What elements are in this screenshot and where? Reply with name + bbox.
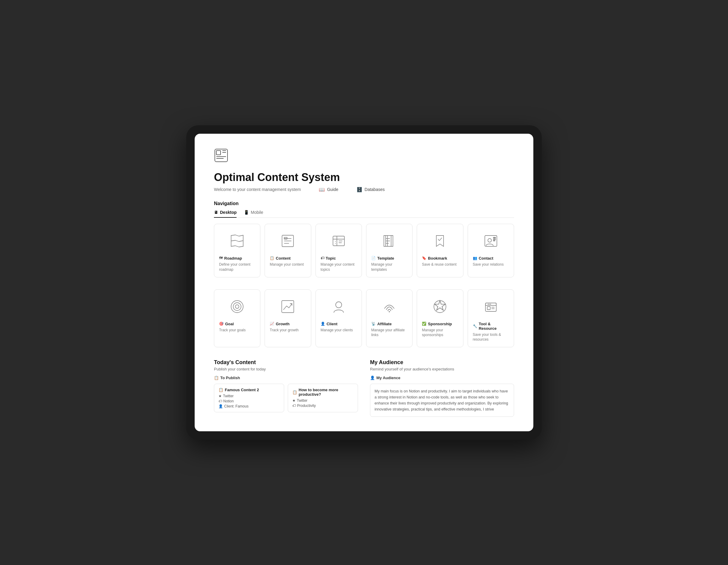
- roadmap-label-icon: 🗺: [219, 256, 223, 260]
- tag-icon-2: 🏷: [292, 403, 296, 408]
- tab-desktop[interactable]: 🖥 Desktop: [214, 210, 237, 218]
- template-desc: Manage your templates: [371, 262, 407, 272]
- roadmap-icon: [229, 233, 245, 249]
- client-icon-area: [321, 296, 357, 317]
- star-icon: ★: [218, 394, 222, 398]
- svg-rect-23: [493, 237, 496, 238]
- card-goal[interactable]: 🎯 Goal Track your goals: [214, 289, 260, 347]
- svg-rect-37: [487, 306, 490, 309]
- sponsorship-icon-area: [422, 296, 458, 317]
- nav-section-title: Navigation: [214, 201, 514, 206]
- header-row: Welcome to your content management syste…: [214, 187, 514, 193]
- client-label-icon: 👤: [321, 322, 325, 326]
- welcome-text: Welcome to your content management syste…: [214, 187, 301, 192]
- content-icon: [280, 233, 296, 249]
- tag-icon: 🏷: [218, 399, 222, 403]
- svg-point-32: [434, 300, 446, 312]
- databases-label: Databases: [365, 187, 385, 192]
- affiliate-icon: [381, 299, 397, 314]
- tool-desc: Save your tools & resources: [473, 332, 509, 342]
- client-icon: [331, 299, 347, 314]
- goal-desc: Track your goals: [219, 328, 255, 333]
- content-card-1-icon: 📋: [218, 388, 223, 392]
- todays-content-section: Today's Content Publish your content for…: [214, 359, 358, 417]
- screen: Optimal Content System Welcome to your c…: [195, 134, 533, 431]
- topic-icon: [331, 233, 347, 249]
- card-growth[interactable]: 📈 Growth Track your growth: [265, 289, 311, 347]
- card-contact[interactable]: 👥 Contact Save your relations: [468, 224, 514, 278]
- content-icon-area: [270, 230, 306, 252]
- svg-point-26: [231, 300, 243, 312]
- affiliate-label: 📡 Affiliate: [371, 322, 407, 326]
- content-card-2-icon: 📋: [292, 390, 297, 394]
- guide-label: Guide: [327, 187, 338, 192]
- content-card-2[interactable]: 📋 How to become more productive? ★ Twitt…: [288, 384, 358, 412]
- growth-icon-area: [270, 296, 306, 317]
- content-card-1[interactable]: 📋 Famous Content 2 ★ Twitter 🏷 Notion: [214, 384, 284, 412]
- card-template[interactable]: 📄 Template Manage your templates: [366, 224, 413, 278]
- audience-text: My main focus is on Notion and productiv…: [375, 388, 510, 412]
- sponsorship-icon: [432, 299, 448, 314]
- databases-link[interactable]: 🗄️ Databases: [356, 187, 385, 193]
- template-label-icon: 📄: [371, 256, 376, 260]
- affiliate-icon-area: [371, 296, 407, 317]
- content-desc: Manage your content: [270, 262, 306, 267]
- audience-icon: 👤: [370, 375, 375, 380]
- tab-mobile[interactable]: 📱 Mobile: [244, 210, 263, 218]
- my-audience-section: My Audience Remind yourself of your audi…: [370, 359, 514, 417]
- contact-icon-area: [473, 230, 509, 252]
- guide-link[interactable]: 📖 Guide: [319, 187, 338, 193]
- content-label-icon: 📋: [270, 256, 274, 260]
- my-audience-subtitle: Remind yourself of your audience's expec…: [370, 367, 514, 371]
- sponsorship-label-icon: ✅: [422, 322, 426, 326]
- svg-rect-1: [216, 151, 221, 155]
- card-sponsorship[interactable]: ✅ Sponsorship Manage your sponsorships: [417, 289, 463, 347]
- nav-section: Navigation 🖥 Desktop 📱 Mobile: [214, 201, 514, 218]
- bottom-section: Today's Content Publish your content for…: [214, 359, 514, 417]
- content-card-2-tag-twitter: ★ Twitter: [292, 398, 353, 403]
- card-roadmap[interactable]: 🗺 Roadmap Define your content roadmap: [214, 224, 260, 278]
- goal-label-icon: 🎯: [219, 322, 224, 326]
- tabs: 🖥 Desktop 📱 Mobile: [214, 210, 514, 218]
- content-card-1-tag-twitter: ★ Twitter: [218, 394, 280, 398]
- svg-rect-25: [493, 240, 495, 241]
- svg-point-30: [336, 302, 342, 308]
- card-bookmark[interactable]: 🔖 Bookmark Save & reuse content: [417, 224, 463, 278]
- card-affiliate[interactable]: 📡 Affiliate Manage your affiliate links: [366, 289, 413, 347]
- topic-icon-area: [321, 230, 357, 252]
- contact-label-icon: 👥: [473, 256, 477, 260]
- content-card-2-meta: ★ Twitter 🏷 Productivity: [292, 398, 353, 408]
- tool-label: 🔧 Tool & Resource: [473, 322, 509, 331]
- desktop-icon: 🖥: [214, 210, 218, 215]
- affiliate-desc: Manage your affiliate links: [371, 328, 407, 338]
- bookmark-label-icon: 🔖: [422, 256, 426, 260]
- card-content[interactable]: 📋 Content Manage your content: [265, 224, 311, 278]
- topic-desc: Manage your content topics: [321, 262, 357, 272]
- cards-grid-row2: 🎯 Goal Track your goals 📈 Growth: [214, 289, 514, 347]
- card-topic[interactable]: 🏷 Topic Manage your content topics: [315, 224, 362, 278]
- goal-icon: [229, 299, 245, 314]
- goal-label: 🎯 Goal: [219, 322, 255, 326]
- content-card-1-tag-notion: 🏷 Notion: [218, 399, 280, 403]
- svg-rect-0: [215, 149, 227, 162]
- contact-label: 👥 Contact: [473, 256, 509, 261]
- content-card-1-title: 📋 Famous Content 2: [218, 388, 280, 392]
- card-client[interactable]: 👤 Client Manage your clients: [315, 289, 362, 347]
- databases-icon: 🗄️: [356, 187, 362, 193]
- bookmark-icon: [432, 233, 448, 249]
- my-audience-title: My Audience: [370, 359, 514, 366]
- card-tool[interactable]: 🔧 Tool & Resource Save your tools & reso…: [468, 289, 514, 347]
- svg-rect-24: [493, 239, 496, 240]
- svg-point-28: [235, 305, 239, 308]
- client-desc: Manage your clients: [321, 328, 357, 333]
- my-audience-sub-label: 👤 My Audience: [370, 375, 514, 380]
- audience-card: My main focus is on Notion and productiv…: [370, 384, 514, 417]
- tool-icon: [483, 299, 499, 314]
- template-label: 📄 Template: [371, 256, 407, 261]
- affiliate-label-icon: 📡: [371, 322, 376, 326]
- client-icon-small: 👤: [218, 404, 223, 408]
- tool-icon-area: [473, 296, 509, 317]
- guide-icon: 📖: [319, 187, 325, 193]
- growth-label-icon: 📈: [270, 322, 274, 326]
- svg-point-22: [488, 239, 491, 242]
